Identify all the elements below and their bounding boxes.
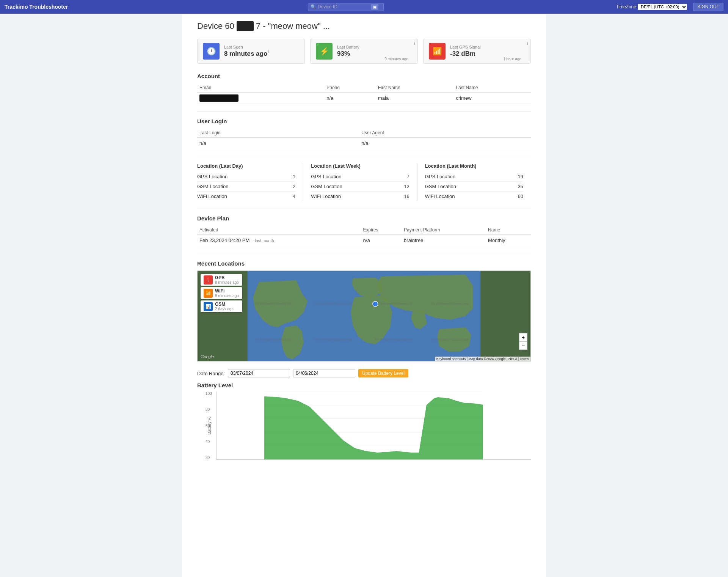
plan-col-activated: Activated (197, 225, 361, 235)
battery-chart-container: Battery % 100 80 60 40 20 (197, 391, 531, 467)
plan-row: Feb 23,2024 04:20 PM · last month n/a br… (197, 235, 531, 246)
location-week-wifi: WiFi Location 16 (311, 192, 409, 201)
signout-button[interactable]: SIGN OUT (693, 3, 723, 11)
account-col-firstname: First Name (376, 83, 453, 93)
y-tick-60: 60 (206, 424, 212, 428)
last-battery-text: Last Battery 93% (337, 45, 359, 58)
date-range-section: Date Range: Update Battery Level (197, 369, 531, 377)
last-gps-info-icon[interactable]: ℹ (527, 41, 528, 46)
last-battery-value: 93% (337, 50, 359, 58)
user-login-section: User Login Last Login User Agent n/a n/a (197, 118, 531, 149)
search-bar[interactable]: 🔍 ▣ (308, 3, 384, 11)
account-firstname: maia (376, 93, 453, 104)
app-header: Trackimo Troubleshooter 🔍 ▣ TimeZone DE/… (0, 0, 728, 14)
location-day-gsm-value: 2 (293, 184, 295, 189)
location-month-gsm-label: GSM Location (425, 184, 456, 189)
wifi-legend-icon: 📶 (204, 289, 213, 298)
y-tick-80: 80 (206, 407, 212, 412)
gsm-legend-icon: 📊 (204, 302, 213, 311)
legend-wifi[interactable]: 📶 WiFi 9 minutes ago (201, 287, 242, 299)
account-row: n/a maia crimew (197, 93, 531, 104)
account-lastname: crimew (453, 93, 531, 104)
legend-gps-time: 8 minutes ago (215, 280, 239, 285)
account-col-lastname: Last Name (453, 83, 531, 93)
map-legend: 📍 GPS 8 minutes ago 📶 WiFi 9 minutes ago… (201, 274, 242, 312)
location-week-gps-value: 7 (406, 174, 409, 179)
user-login-row: n/a n/a (197, 138, 531, 149)
location-day-gps-label: GPS Location (197, 174, 228, 179)
update-battery-button[interactable]: Update Battery Level (358, 369, 408, 377)
page-title-prefix: Device 60 (197, 21, 234, 31)
svg-text:For development purposes only: For development purposes only (255, 338, 292, 341)
search-input[interactable] (318, 4, 371, 9)
last-gps-label: Last GPS Signal (450, 45, 481, 49)
location-day-wifi-label: WiFi Location (197, 193, 227, 199)
legend-wifi-name: WiFi (215, 288, 239, 294)
last-gps-icon: 📶 (429, 43, 446, 60)
location-month-wifi-label: WiFi Location (425, 193, 455, 199)
last-battery-footer: 9 minutes ago (384, 57, 408, 61)
legend-gsm[interactable]: 📊 GSM 2 days ago (201, 300, 242, 312)
svg-text:For development purposes only: For development purposes only (375, 302, 413, 305)
location-week-gps: GPS Location 7 (311, 172, 409, 182)
battery-title: Battery Level (197, 382, 531, 388)
plan-col-expires: Expires (361, 225, 402, 235)
google-label: Google (201, 354, 214, 359)
account-section: Account Email Phone First Name Last Name… (197, 73, 531, 104)
account-title: Account (197, 73, 531, 79)
last-battery-icon: ⚡ (316, 43, 333, 60)
legend-wifi-time: 9 minutes ago (215, 294, 239, 298)
date-range-label: Date Range: (197, 371, 225, 376)
main-content: Device 60 7 - "meow meow" ... 🕐 Last See… (182, 14, 546, 577)
legend-gps-name: GPS (215, 275, 239, 280)
svg-text:For development purposes only: For development purposes only (432, 338, 469, 341)
device-plan-section: Device Plan Activated Expires Payment Pl… (197, 215, 531, 246)
device-id-redacted (237, 21, 254, 31)
plan-name: Monthly (486, 235, 531, 246)
last-gps-value: -32 dBm (450, 50, 481, 58)
last-gps-text: Last GPS Signal -32 dBm (450, 45, 481, 58)
location-last-day-title: Location (Last Day) (197, 163, 295, 169)
plan-divider (197, 254, 531, 254)
location-last-month-title: Location (Last Month) (425, 163, 523, 169)
device-plan-table: Activated Expires Payment Platform Name … (197, 225, 531, 246)
timezone-section: TimeZone DE/PL (UTC +02:00) (616, 4, 687, 10)
last-battery-card: ⚡ Last Battery 93% 9 minutes ago ℹ (310, 39, 418, 64)
location-week-wifi-value: 16 (404, 193, 409, 199)
account-col-phone: Phone (324, 83, 376, 93)
battery-section: Battery Level Battery % 100 80 60 40 20 (197, 382, 531, 467)
account-table: Email Phone First Name Last Name n/a mai… (197, 83, 531, 104)
last-login-value: n/a (197, 138, 359, 149)
map-zoom-in-button[interactable]: + (519, 333, 527, 341)
recent-locations-title: Recent Locations (197, 260, 531, 267)
chart-area-wrapper: Battery % 100 80 60 40 20 (216, 391, 531, 460)
legend-gps[interactable]: 📍 GPS 8 minutes ago (201, 274, 242, 286)
account-phone: n/a (324, 93, 376, 104)
page-title: Device 60 7 - "meow meow" ... (197, 21, 531, 31)
date-from-input[interactable] (228, 369, 290, 377)
gps-legend-icon: 📍 (204, 275, 213, 285)
user-agent-value: n/a (359, 138, 531, 149)
plan-expires: n/a (361, 235, 402, 246)
location-day-gsm: GSM Location 2 (197, 182, 295, 192)
date-to-input[interactable] (293, 369, 355, 377)
y-tick-100: 100 (206, 391, 212, 396)
map-zoom-out-button[interactable]: − (519, 341, 527, 350)
timezone-select[interactable]: DE/PL (UTC +02:00) (638, 4, 687, 10)
last-battery-info-icon[interactable]: ℹ (414, 41, 415, 46)
login-col-lastlogin: Last Login (197, 128, 359, 138)
legend-gsm-name: GSM (215, 302, 234, 307)
legend-gsm-text: GSM 2 days ago (215, 302, 234, 311)
map-container: For development purposes only For develo… (197, 270, 531, 362)
login-divider (197, 157, 531, 157)
user-login-title: User Login (197, 118, 531, 124)
svg-point-9 (373, 301, 378, 307)
device-plan-title: Device Plan (197, 215, 531, 222)
search-submit-button[interactable]: ▣ (371, 4, 378, 10)
account-divider (197, 112, 531, 112)
location-day-gps-value: 1 (293, 174, 295, 179)
svg-text:For development purposes only: For development purposes only (255, 302, 292, 305)
plan-payment: braintree (402, 235, 486, 246)
svg-text:For development purposes only: For development purposes only (315, 338, 352, 341)
last-seen-info-icon[interactable]: ℹ (268, 49, 270, 53)
